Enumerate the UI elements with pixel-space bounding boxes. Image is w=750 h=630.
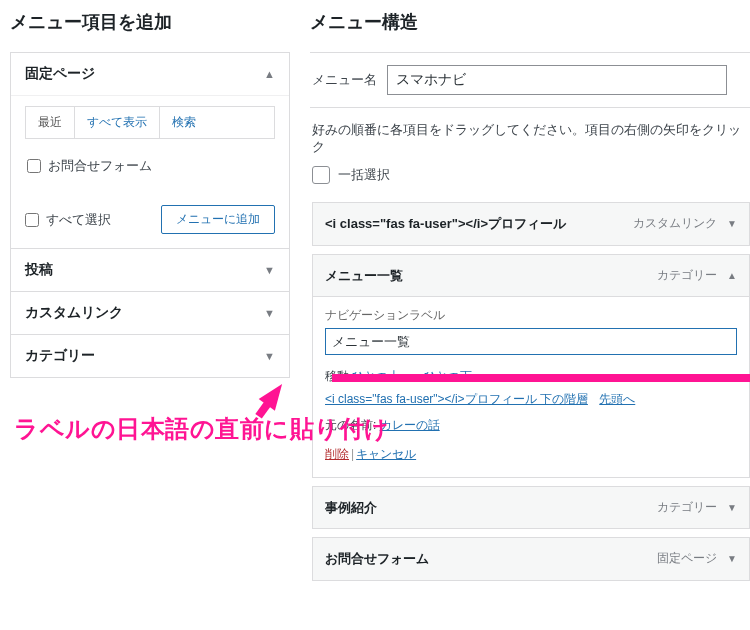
menu-item-profile-title: <i class="fas fa-user"></i>プロフィール: [325, 214, 566, 234]
chevron-down-icon: ▼: [727, 553, 737, 564]
chevron-down-icon: ▼: [264, 264, 275, 276]
move-under-link[interactable]: <i class="fas fa-user"></i>プロフィール 下の階層: [325, 392, 588, 406]
menu-item-menulist-type: カテゴリー: [657, 267, 717, 284]
menu-name-row: メニュー名: [310, 52, 750, 108]
menu-item-menulist-header[interactable]: メニュー一覧 カテゴリー ▲: [313, 255, 749, 297]
pages-tabs: 最近 すべて表示 検索: [25, 106, 275, 139]
move-row: 移動 ひとつ上へ ひとつ下へ <i class="fas fa-user"></…: [325, 365, 737, 411]
select-all-row[interactable]: すべて選択: [25, 211, 111, 229]
chevron-down-icon: ▼: [727, 218, 737, 229]
annotation-text: ラベルの日本語の直前に貼り付け: [14, 413, 390, 445]
menu-item-menulist-title: メニュー一覧: [325, 266, 403, 286]
tab-all[interactable]: すべて表示: [75, 107, 160, 138]
acc-header-pages[interactable]: 固定ページ ▲: [11, 53, 289, 95]
menu-item-contact-header[interactable]: お問合せフォーム 固定ページ ▼: [313, 538, 749, 580]
bulk-select-label: 一括選択: [338, 166, 390, 184]
menu-item-jirei-title: 事例紹介: [325, 498, 377, 518]
acc-section-cats: カテゴリー ▼: [11, 334, 289, 377]
menu-item-contact-title: お問合せフォーム: [325, 549, 429, 569]
acc-header-cats[interactable]: カテゴリー ▼: [11, 335, 289, 377]
delete-link[interactable]: 削除: [325, 447, 349, 461]
acc-section-custom: カスタムリンク ▼: [11, 291, 289, 334]
menu-item-jirei: 事例紹介 カテゴリー ▼: [312, 486, 750, 530]
page-item-label: お問合せフォーム: [48, 157, 152, 175]
acc-title-pages: 固定ページ: [25, 65, 95, 83]
bulk-select-row[interactable]: 一括選択: [312, 166, 750, 184]
acc-section-posts: 投稿 ▼: [11, 248, 289, 291]
tab-recent[interactable]: 最近: [26, 107, 75, 138]
chevron-up-icon: ▲: [264, 68, 275, 80]
acc-header-custom[interactable]: カスタムリンク ▼: [11, 292, 289, 334]
annotation-bar: [332, 374, 750, 382]
menu-item-contact-type: 固定ページ: [657, 550, 717, 567]
select-all-label: すべて選択: [46, 211, 111, 229]
drag-hint: 好みの順番に各項目をドラッグしてください。項目の右側の矢印をクリック: [312, 122, 750, 156]
page-item-checkbox[interactable]: [27, 159, 41, 173]
chevron-down-icon: ▼: [264, 350, 275, 362]
acc-title-custom: カスタムリンク: [25, 304, 123, 322]
acc-section-pages: 固定ページ ▲ 最近 すべて表示 検索 お問合せフォーム: [11, 53, 289, 248]
tab-search[interactable]: 検索: [160, 107, 208, 138]
chevron-up-icon: ▲: [727, 270, 737, 281]
page-item-contact[interactable]: お問合せフォーム: [25, 151, 275, 181]
structure-heading: メニュー構造: [310, 10, 750, 34]
menu-item-jirei-header[interactable]: 事例紹介 カテゴリー ▼: [313, 487, 749, 529]
menu-name-input[interactable]: [387, 65, 727, 95]
acc-title-posts: 投稿: [25, 261, 53, 279]
accordion: 固定ページ ▲ 最近 すべて表示 検索 お問合せフォーム: [10, 52, 290, 378]
menu-item-contact: お問合せフォーム 固定ページ ▼: [312, 537, 750, 581]
acc-title-cats: カテゴリー: [25, 347, 95, 365]
nav-label-label: ナビゲーションラベル: [325, 307, 737, 324]
chevron-down-icon: ▼: [727, 502, 737, 513]
menu-item-menulist-body: ナビゲーションラベル 移動 ひとつ上へ ひとつ下へ <i class="fas …: [313, 296, 749, 477]
menu-item-jirei-type: カテゴリー: [657, 499, 717, 516]
menu-items: <i class="fas fa-user"></i>プロフィール カスタムリン…: [310, 202, 750, 581]
select-all-checkbox[interactable]: [25, 213, 39, 227]
menu-item-profile-header[interactable]: <i class="fas fa-user"></i>プロフィール カスタムリン…: [313, 203, 749, 245]
acc-header-posts[interactable]: 投稿 ▼: [11, 249, 289, 291]
bulk-select-checkbox[interactable]: [312, 166, 330, 184]
cancel-link[interactable]: キャンセル: [356, 447, 416, 461]
add-to-menu-button[interactable]: メニューに追加: [161, 205, 275, 234]
item-actions: 削除|キャンセル: [325, 446, 737, 463]
nav-label-input[interactable]: [325, 328, 737, 355]
menu-item-profile-type: カスタムリンク: [633, 215, 717, 232]
move-top-link[interactable]: 先頭へ: [599, 392, 635, 406]
chevron-down-icon: ▼: [264, 307, 275, 319]
add-items-heading: メニュー項目を追加: [10, 10, 290, 34]
acc-body-pages: 最近 すべて表示 検索 お問合せフォーム すべて選択 メニューに追加: [11, 95, 289, 248]
menu-item-profile: <i class="fas fa-user"></i>プロフィール カスタムリン…: [312, 202, 750, 246]
menu-name-label: メニュー名: [312, 71, 377, 89]
